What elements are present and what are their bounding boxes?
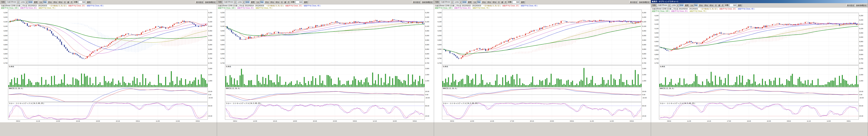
timeframe-button[interactable]: 日 (280, 1, 283, 3)
macd-chart[interactable]: 20.000.00-20.00 (651, 87, 868, 102)
timeframe-button[interactable]: 30分 (270, 1, 275, 3)
timeframe-button[interactable]: 週 (500, 1, 504, 3)
timeframe-button[interactable]: 30分 (487, 1, 492, 3)
contract-month-select[interactable]: 12/06▼ (671, 4, 679, 7)
session-button[interactable]: 夜間 (250, 1, 255, 3)
price-chart[interactable]: 9,2509,2509,2009,2009,1509,1509,1009,100… (217, 9, 434, 65)
settings-button[interactable]: 技術指標設定 (638, 1, 650, 3)
volume-chart[interactable]: 3,0002,0001,000 (0, 65, 217, 87)
apply-button[interactable]: 適用 (520, 1, 525, 3)
bar-count-input[interactable] (730, 4, 737, 7)
contract-month-select[interactable]: 12/06▼ (20, 1, 28, 4)
settings-button[interactable]: 表示設定 (629, 1, 638, 3)
price-chart[interactable]: 9,2509,2509,2009,2009,1509,1509,1009,100… (651, 13, 868, 65)
timeframe-button[interactable]: 60分 (275, 1, 280, 3)
svg-text:8,850: 8,850 (654, 49, 658, 51)
session-button[interactable]: 夜間 (684, 4, 689, 7)
session-button[interactable]: 夜間 (467, 1, 472, 3)
svg-text:19:30: 19:30 (96, 120, 100, 122)
legend-line-1: 日経225mini 12/06 (日通し) 5分足 2012/03/14 - 2… (218, 5, 433, 7)
volume-chart[interactable]: 3,0002,0001,000 (651, 65, 868, 87)
timeframe-button[interactable]: 週 (717, 4, 721, 7)
svg-text:9,100: 9,100 (654, 28, 658, 30)
apply-button[interactable]: 適用 (303, 1, 308, 3)
svg-text:9,000: 9,000 (859, 36, 863, 38)
timeframe-button[interactable]: 日 (63, 1, 66, 3)
timeframe-button[interactable]: 10分 (481, 1, 487, 3)
price-chart[interactable]: 9,2509,2509,2009,2009,1509,1509,1009,100… (434, 9, 651, 65)
symbol-select[interactable]: 日経225mini▼ (440, 1, 453, 4)
bar-count-input[interactable] (296, 1, 303, 4)
timeframe-button[interactable]: 1分 (256, 1, 260, 3)
timeframe-button[interactable]: 週 (283, 1, 287, 3)
settings-button[interactable]: 表示設定 (846, 4, 855, 7)
chevron-down-icon: ▼ (17, 1, 19, 3)
bar-count-input[interactable] (79, 1, 86, 4)
contract-month-select[interactable]: 12/06▼ (237, 1, 245, 4)
timeframe-button[interactable]: 60分 (492, 1, 497, 3)
macd-chart[interactable]: 20.000.00-20.00 (217, 87, 434, 102)
macd-chart[interactable]: 20.000.00-20.00 (0, 87, 217, 102)
macd-chart[interactable]: 20.000.00-20.00 (434, 87, 651, 102)
svg-text:3,000: 3,000 (642, 67, 646, 70)
settings-button[interactable]: 表示設定 (412, 1, 421, 3)
stochastics-chart[interactable]: 80.0020.00 (217, 102, 434, 120)
timeframe-button[interactable]: 月 (70, 1, 73, 3)
price-chart[interactable]: 9,2509,2509,2009,2009,1509,1509,1009,100… (0, 9, 217, 65)
stochastics-chart[interactable]: 80.0020.00 (0, 102, 217, 120)
session-button[interactable]: 夜間 (33, 1, 38, 3)
timeframe-button[interactable]: 5分 (260, 1, 264, 3)
svg-text:2,000: 2,000 (208, 74, 212, 76)
session-button[interactable]: 日中 (462, 1, 467, 3)
timeframe-button[interactable]: 月 (504, 1, 507, 3)
stochastics-chart[interactable]: 80.0020.00 (651, 102, 868, 120)
timeframe-button[interactable]: 月 (721, 4, 724, 7)
timeframe-button[interactable]: 5分 (694, 4, 698, 7)
svg-text:8,950: 8,950 (437, 39, 441, 41)
timeframe-button[interactable]: 週 (66, 1, 70, 3)
timeframe-button[interactable]: 60分 (58, 1, 63, 3)
svg-text:9,100: 9,100 (3, 26, 7, 27)
symbol-select[interactable]: 日経225mini▼ (6, 1, 19, 4)
svg-text:20:15: 20:15 (530, 120, 534, 122)
timeframe-button[interactable]: 1分 (690, 4, 694, 7)
volume-chart[interactable]: 3,0002,0001,000 (217, 65, 434, 87)
svg-text:13:45: 13:45 (176, 120, 180, 122)
timeframe-button[interactable]: 10分 (47, 1, 53, 3)
timeframe-button[interactable]: 30分 (53, 1, 58, 3)
timeframe-button[interactable]: 日 (714, 4, 717, 7)
symbol-select[interactable]: 日経225mini▼ (657, 4, 670, 7)
svg-text:23:00: 23:00 (550, 120, 554, 122)
timeframe-button[interactable]: 60分 (709, 4, 714, 7)
apply-button[interactable]: 適用 (86, 1, 91, 3)
svg-text:12:30: 12:30 (253, 120, 257, 122)
symbol-select[interactable]: 日経225mini▼ (223, 1, 236, 4)
settings-button[interactable]: 技術指標設定 (204, 1, 216, 3)
session-button[interactable]: 日中 (679, 4, 684, 7)
timeframe-button[interactable]: 1分 (473, 1, 477, 3)
timeframe-button[interactable]: 日 (497, 1, 500, 3)
timeframe-button[interactable]: 月 (287, 1, 290, 3)
timeframe-button[interactable]: 5分 (477, 1, 481, 3)
apply-button[interactable]: 適用 (737, 4, 742, 7)
settings-button[interactable]: 技術指標設定 (855, 4, 867, 7)
contract-month-select[interactable]: 12/06▼ (454, 1, 462, 4)
timeframe-button[interactable]: 30分 (704, 4, 709, 7)
bar-count-input[interactable] (513, 1, 520, 4)
price-pane: 9,2509,2509,2009,2009,1509,1509,1009,100… (434, 9, 651, 65)
volume-chart[interactable]: 3,0002,0001,000 (434, 65, 651, 87)
svg-text:9,000: 9,000 (220, 35, 224, 37)
svg-text:8,850: 8,850 (437, 48, 441, 50)
session-button[interactable]: 日中 (245, 1, 250, 3)
timeframe-button[interactable]: 10分 (698, 4, 704, 7)
price-pane: 9,2509,2509,2009,2009,1509,1509,1009,100… (217, 9, 434, 65)
session-button[interactable]: 日中 (28, 1, 33, 3)
stochastics-chart[interactable]: 80.0020.00 (434, 102, 651, 120)
window-titlebar[interactable]: 板表示・サブウィンドウチャート (651, 0, 868, 3)
svg-text:9,100: 9,100 (425, 26, 429, 27)
settings-button[interactable]: 技術指標設定 (421, 1, 433, 3)
timeframe-button[interactable]: 10分 (264, 1, 270, 3)
timeframe-button[interactable]: 5分 (43, 1, 47, 3)
settings-button[interactable]: 表示設定 (195, 1, 204, 3)
timeframe-button[interactable]: 1分 (39, 1, 43, 3)
